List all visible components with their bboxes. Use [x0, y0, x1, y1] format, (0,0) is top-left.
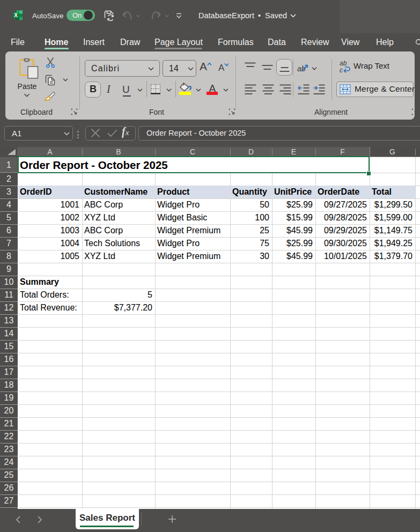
- svg-text:X: X: [14, 12, 18, 18]
- svg-text:c: c: [340, 66, 343, 73]
